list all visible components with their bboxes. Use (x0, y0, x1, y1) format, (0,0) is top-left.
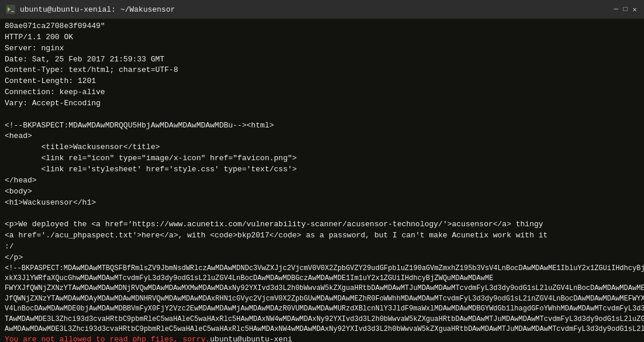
line-26: JfQWNjZXNzYTAwMDAwMDAyMDAwMDAwMDNHRVQwMD… (5, 294, 639, 304)
line-20: <a href='./acu_phpaspect.txt'>here</a>, … (5, 230, 639, 241)
line-23: <!--BKPASPECT:MDAwMDAwMTBQSFBfRmlsZV9Jbm… (5, 264, 639, 274)
line-13: <link rel="icon" type="image/x-icon" hre… (5, 153, 639, 164)
line-28: TAwMDAwMDE3L3Zhci93d3cvaHRtbC9pbmRleC5wa… (5, 315, 639, 324)
line-27: V4LnBocDAwMDAwMDE0bjAwMDAwMDBBVmFyX0FjY2… (5, 304, 639, 314)
line-6: Content-Length: 1201 (5, 76, 639, 87)
close-button[interactable]: ✕ (631, 4, 638, 15)
title-bar-controls: ─ □ ✕ (612, 4, 638, 15)
line-9 (5, 109, 639, 120)
line-10: <!--BKPASPECT:MDAwMDAwMDRQQU5HbjAwMDAwMD… (5, 120, 639, 132)
line-4: Date: Sat, 25 Feb 2017 21:59:33 GMT (5, 54, 639, 65)
error-text: You are not allowed to read php files, s… (5, 335, 210, 342)
terminal-icon (6, 5, 15, 14)
line-18 (5, 208, 639, 219)
line-5: Content-Type: text/html; charset=UTF-8 (5, 65, 639, 76)
line-7: Connection: keep-alive (5, 87, 639, 98)
line-11: <head> (5, 131, 639, 142)
svg-rect-2 (11, 11, 14, 12)
line-30-error: You are not allowed to read php files, s… (5, 334, 639, 342)
line-3: Server: nginx (5, 43, 639, 54)
line-14: <link rel='stylesheet' href='style.css' … (5, 164, 639, 175)
line-16: <body> (5, 186, 639, 198)
line-25: FWYXJfQWNjZXNzYTAwMDAwMDAwMDNjRVQwMDAwMD… (5, 284, 639, 293)
title-bar-text: ubuntu@ubuntu-xenial: ~/Wakusensor (20, 5, 175, 14)
terminal-content[interactable]: 80ae071ca2708e3f09449" HTTP/1.1 200 OK S… (0, 19, 644, 342)
terminal-window: ubuntu@ubuntu-xenial: ~/Wakusensor ─ □ ✕… (0, 0, 644, 342)
title-bar-left: ubuntu@ubuntu-xenial: ~/Wakusensor (6, 5, 175, 14)
line-17: <h1>Wackusensor</h1> (5, 198, 639, 209)
line-15: </head> (5, 175, 639, 186)
line-29: AwMDAwMDAwMDE3L3Zhci93d3cvaHRtbC9pbmRleC… (5, 324, 639, 334)
line-22: </p> (5, 253, 639, 264)
line-12: <title>Wackusensor</title> (5, 142, 639, 153)
prompt-suffix: ubuntu@ubuntu-xeni (210, 335, 292, 342)
line-8: Vary: Accept-Encoding (5, 98, 639, 109)
line-24: xkX3JlYWRfaXQucGhwMDAwMDAwMTcvdmFyL3d3dy… (5, 274, 639, 284)
line-21: :/ (5, 241, 639, 253)
title-bar: ubuntu@ubuntu-xenial: ~/Wakusensor ─ □ ✕ (0, 0, 644, 19)
line-19: <p>We deployed the <a href='https://www.… (5, 219, 639, 230)
line-2: HTTP/1.1 200 OK (5, 32, 639, 43)
minimize-button[interactable]: ─ (612, 4, 619, 15)
maximize-button[interactable]: □ (622, 4, 629, 15)
line-1: 80ae071ca2708e3f09449" (5, 21, 639, 32)
